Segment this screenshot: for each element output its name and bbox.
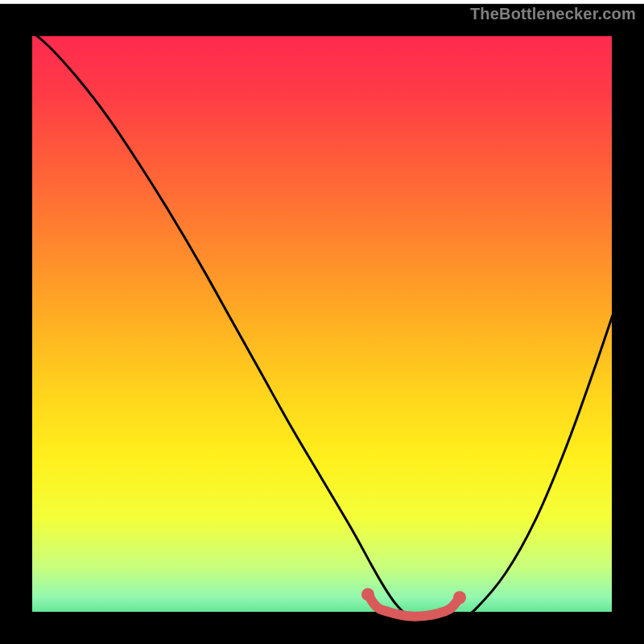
marker-dot bbox=[453, 591, 466, 604]
watermark-text: TheBottleneсker.com bbox=[470, 5, 636, 23]
chart-container: TheBottleneсker.com bbox=[0, 0, 644, 644]
bottleneck-chart bbox=[0, 0, 644, 644]
plot-background bbox=[16, 20, 628, 628]
marker-dot bbox=[361, 588, 374, 601]
